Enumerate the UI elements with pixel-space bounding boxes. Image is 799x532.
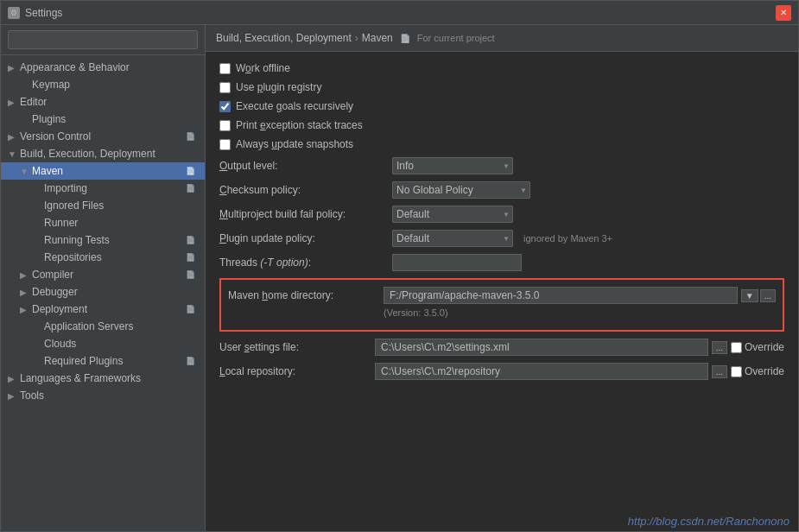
close-button[interactable]: ✕: [776, 5, 791, 21]
sidebar-item-languages-frameworks[interactable]: ▶ Languages & Frameworks: [1, 370, 205, 387]
breadcrumb-current: Maven: [362, 32, 393, 44]
output-level-select[interactable]: Info Debug Quiet: [392, 157, 513, 174]
sidebar-item-label: Ignored Files: [44, 200, 104, 212]
multiproject-select[interactable]: Default Fail At End Fail Never Fail Fast: [392, 206, 513, 223]
checksum-policy-select[interactable]: No Global Policy Warn Fail Ignore: [392, 181, 530, 199]
sidebar-item-label: Editor: [20, 96, 47, 108]
settings-icon: ⚙: [8, 7, 20, 19]
plugin-update-dropdown-wrapper: Default Always Never Interval: [392, 230, 513, 247]
sidebar-item-importing[interactable]: Importing 📄: [1, 180, 205, 197]
sidebar-item-editor[interactable]: ▶ Editor: [1, 93, 205, 111]
sidebar-item-label: Compiler: [32, 269, 73, 281]
title-bar: ⚙ Settings ✕: [1, 1, 798, 25]
sidebar-item-label: Runner: [44, 217, 78, 229]
sidebar-item-plugins[interactable]: Plugins: [1, 111, 205, 128]
user-settings-buttons: ... Override: [712, 341, 784, 354]
search-input[interactable]: [8, 30, 198, 49]
watermark: http://blog.csdn.net/Ranchonono: [628, 515, 789, 528]
sidebar-item-label: Importing: [44, 182, 87, 194]
user-settings-dots-btn[interactable]: ...: [712, 341, 727, 354]
settings-content: Work offline Use plugin registry Execute…: [206, 52, 798, 514]
sidebar-item-repositories[interactable]: Repositories 📄: [1, 249, 205, 266]
settings-window: ⚙ Settings ✕ ▶ Appearance & Behavior Key…: [0, 0, 799, 532]
maven-home-input[interactable]: [384, 287, 738, 304]
sidebar-item-running-tests[interactable]: Running Tests 📄: [1, 231, 205, 249]
checksum-policy-value: No Global Policy Warn Fail Ignore: [392, 181, 530, 199]
local-repository-input[interactable]: [375, 363, 708, 380]
multiproject-label: Multiproject build fail policy:: [219, 208, 392, 220]
sidebar-item-required-plugins[interactable]: Required Plugins 📄: [1, 352, 205, 370]
sidebar-item-debugger[interactable]: ▶ Debugger: [1, 283, 205, 301]
plugin-update-note: ignored by Maven 3+: [523, 233, 612, 244]
sidebar-item-label: Maven: [32, 165, 63, 177]
print-exception-label[interactable]: Print exception stack traces: [236, 119, 363, 131]
arrow-icon: ▶: [20, 305, 32, 314]
arrow-icon: ▶: [20, 288, 32, 297]
arrow-icon: ▶: [8, 132, 20, 142]
output-level-label: Output level:: [219, 160, 392, 172]
plugin-update-select[interactable]: Default Always Never Interval: [392, 230, 513, 247]
indicator-icon: 📄: [186, 305, 198, 314]
threads-label: Threads (-T option):: [219, 256, 392, 269]
checksum-policy-row: Checksum policy: No Global Policy Warn F…: [219, 181, 784, 199]
sidebar-item-ignored-files[interactable]: Ignored Files: [1, 197, 205, 214]
user-settings-label: User settings file:: [219, 341, 375, 353]
output-level-dropdown-wrapper: Info Debug Quiet: [392, 157, 513, 174]
local-repository-override-checkbox[interactable]: [731, 366, 742, 377]
sidebar-item-deployment[interactable]: ▶ Deployment 📄: [1, 301, 205, 318]
sidebar-item-appearance[interactable]: ▶ Appearance & Behavior: [1, 59, 205, 76]
sidebar-item-application-servers[interactable]: Application Servers: [1, 318, 205, 335]
threads-input[interactable]: [392, 254, 522, 271]
sidebar-item-label: Deployment: [32, 303, 87, 315]
always-update-checkbox[interactable]: [219, 139, 231, 150]
indicator-icon: 📄: [186, 270, 198, 279]
execute-goals-row: Execute goals recursively: [219, 100, 784, 112]
maven-home-dropdown-btn[interactable]: ▼: [741, 289, 758, 302]
sidebar-item-version-control[interactable]: ▶ Version Control 📄: [1, 128, 205, 145]
sidebar-item-label: Languages & Frameworks: [20, 372, 141, 384]
arrow-icon: ▼: [20, 167, 32, 176]
work-offline-label[interactable]: Work offline: [236, 62, 290, 74]
arrow-icon: ▶: [20, 270, 32, 280]
sidebar-item-runner[interactable]: Runner: [1, 214, 205, 231]
user-settings-override-checkbox[interactable]: [731, 342, 742, 353]
execute-goals-checkbox[interactable]: [219, 101, 231, 112]
sidebar-item-label: Appearance & Behavior: [20, 61, 130, 73]
sidebar-item-label: Required Plugins: [44, 355, 123, 367]
sidebar-item-clouds[interactable]: Clouds: [1, 335, 205, 352]
sidebar-item-compiler[interactable]: ▶ Compiler 📄: [1, 266, 205, 283]
checksum-policy-dropdown-wrapper: No Global Policy Warn Fail Ignore: [392, 181, 530, 199]
local-repository-override-label: Override: [731, 365, 784, 377]
sidebar-item-tools[interactable]: ▶ Tools: [1, 387, 205, 404]
execute-goals-label[interactable]: Execute goals recursively: [236, 100, 353, 112]
multiproject-row: Multiproject build fail policy: Default …: [219, 206, 784, 223]
sidebar: ▶ Appearance & Behavior Keymap ▶ Editor …: [1, 25, 206, 531]
main-panel: Build, Execution, Deployment › Maven 📄 F…: [206, 25, 798, 531]
arrow-icon: ▶: [8, 374, 20, 383]
checksum-policy-label: Checksum policy:: [219, 184, 392, 196]
arrow-icon: ▼: [8, 149, 20, 159]
sidebar-item-maven[interactable]: ▼ Maven 📄: [1, 162, 205, 180]
multiproject-value: Default Fail At End Fail Never Fail Fast: [392, 206, 513, 223]
threads-row: Threads (-T option):: [219, 254, 784, 271]
sidebar-item-keymap[interactable]: Keymap: [1, 76, 205, 93]
local-repository-dots-btn[interactable]: ...: [712, 365, 727, 378]
main-content: ▶ Appearance & Behavior Keymap ▶ Editor …: [1, 25, 798, 531]
maven-home-label: Maven home directory:: [228, 289, 384, 301]
multiproject-dropdown-wrapper: Default Fail At End Fail Never Fail Fast: [392, 206, 513, 223]
sidebar-item-label: Version Control: [20, 130, 91, 142]
sidebar-item-build-execution[interactable]: ▼ Build, Execution, Deployment: [1, 145, 205, 162]
work-offline-checkbox[interactable]: [219, 63, 231, 74]
sidebar-item-label: Tools: [20, 390, 44, 402]
use-plugin-registry-label[interactable]: Use plugin registry: [236, 81, 321, 93]
always-update-label[interactable]: Always update snapshots: [236, 138, 353, 150]
title-bar-left: ⚙ Settings: [8, 7, 62, 19]
use-plugin-registry-checkbox[interactable]: [219, 82, 231, 93]
print-exception-checkbox[interactable]: [219, 120, 231, 131]
output-level-value: Info Debug Quiet: [392, 157, 513, 174]
sidebar-item-label: Clouds: [44, 338, 76, 350]
user-settings-input[interactable]: [375, 339, 708, 356]
tree: ▶ Appearance & Behavior Keymap ▶ Editor …: [1, 55, 205, 531]
search-box: [1, 25, 205, 55]
maven-home-dots-btn[interactable]: ...: [760, 289, 776, 302]
